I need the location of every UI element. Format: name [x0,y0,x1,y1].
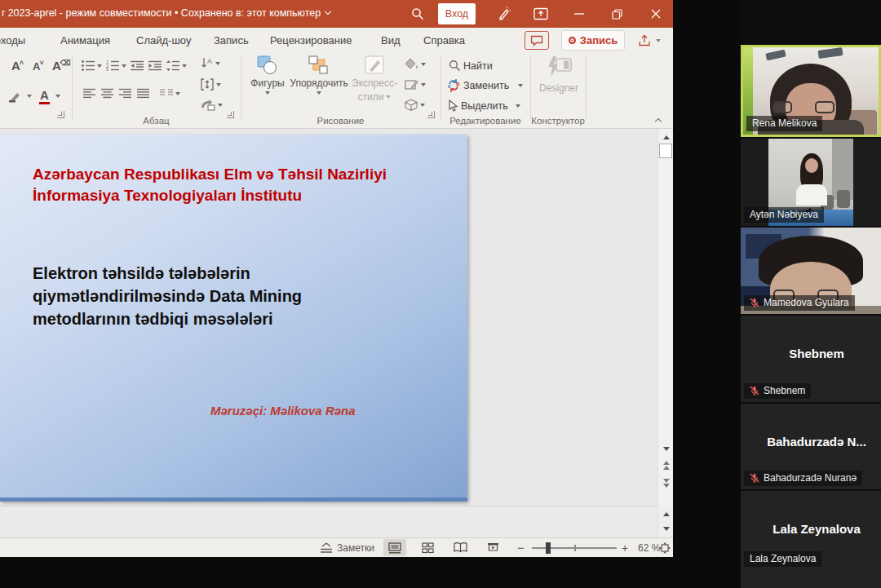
highlighter-button[interactable] [8,90,32,103]
powerpoint-window: r 2023-aprel - режим совместимости • Сох… [0,0,673,557]
slideshow-view-button[interactable] [481,539,504,556]
search-icon[interactable] [404,0,432,28]
shapes-label: Фигуры [250,77,284,89]
columns-button[interactable] [160,88,180,99]
normal-view-button[interactable] [383,539,406,556]
zoom-in-button[interactable]: + [622,538,628,557]
tab-slideshow[interactable]: Слайд-шоу [136,28,191,52]
ribbon-tab-row: еходы Анимация Слайд-шоу Запись Рецензир… [0,28,673,52]
participant-tile-bahadurzada-nurana[interactable]: Bahadurzadə N... Bahadurzadə Nuranə [741,404,881,489]
tab-transitions[interactable]: еходы [0,28,25,52]
participant-tile-rena-melikova[interactable]: Rena Melikova [741,45,881,137]
scroll-up-button[interactable] [658,130,673,144]
notes-scroll-up-button[interactable] [658,507,673,520]
arrange-button[interactable]: Упорядочить [291,55,347,114]
notes-toggle-button[interactable]: Заметки [320,538,374,557]
participant-tile-lala-zeynalova[interactable]: Lala Zeynalova Lala Zeynalova [741,491,881,588]
line-spacing-button[interactable] [166,60,187,71]
notes-scroll-down-button[interactable] [658,522,673,535]
notes-scrollbar[interactable] [657,506,673,537]
tab-record[interactable]: Запись [214,28,249,52]
increase-indent-button[interactable] [148,60,162,71]
status-bar: Заметки − + 62 % [0,537,673,557]
muted-mic-icon [750,298,759,307]
tab-help[interactable]: Справка [423,28,465,52]
font-color-button[interactable]: A [39,88,60,104]
participant-name-badge: Aytən Nəbiyeva [744,207,824,223]
reading-view-button[interactable] [449,539,471,556]
align-center-button[interactable] [101,88,113,99]
restore-button[interactable] [600,0,633,28]
shapes-icon [257,55,278,75]
zoom-level-value[interactable]: 62 % [638,538,660,557]
shape-effects-button[interactable] [405,99,425,111]
close-button[interactable] [638,0,673,28]
shape-outline-button[interactable] [405,78,426,91]
svg-text:c: c [448,83,451,89]
presentation-display-icon[interactable] [526,0,556,28]
align-right-button[interactable] [119,88,131,99]
vertical-scrollbar[interactable] [657,129,673,506]
drawing-dialog-launcher[interactable] [427,111,435,118]
bullets-button[interactable] [82,60,102,71]
window-title[interactable]: r 2023-aprel - режим совместимости • Сох… [2,7,330,19]
participant-display-name: Shebnem [741,347,881,360]
meeting-participants-sidebar: Rena Melikova Aytən Nəbiyeva [741,0,881,588]
comments-button[interactable] [525,31,549,50]
text-direction-button[interactable]: A [201,57,220,69]
zoom-out-button[interactable]: − [517,538,525,557]
desktop: r 2023-aprel - режим совместимости • Сох… [0,0,881,588]
shape-fill-button[interactable] [405,58,426,70]
participant-tile-ayten-nabiyeva[interactable]: Aytən Nəbiyeva [741,139,881,226]
decrease-indent-button[interactable] [131,60,144,71]
find-button[interactable]: Найти [449,60,493,72]
align-text-button[interactable] [201,78,221,91]
select-button[interactable]: Выделить [448,99,520,112]
find-icon [449,60,461,72]
designer-icon [545,55,573,80]
previous-slide-button[interactable] [658,458,673,471]
tab-record-label: Запись [214,34,249,46]
notes-toggle-label: Заметки [337,542,374,554]
shapes-button[interactable]: Фигуры [247,55,288,114]
font-dialog-launcher[interactable] [57,111,64,118]
participant-tile-mamedova-gyulara[interactable]: Mamedova Gyulara [741,228,881,314]
slide-sorter-view-button[interactable] [416,539,439,556]
replace-button[interactable]: bc Заменить [447,79,523,92]
tab-review[interactable]: Рецензирование [270,28,352,52]
tab-view[interactable]: Вид [381,28,401,52]
increase-font-button[interactable]: A˄ [11,59,24,73]
scrollbar-thumb[interactable] [659,144,672,158]
record-presentation-button[interactable]: Запись [561,30,625,51]
notes-icon [320,542,333,554]
next-slide-button[interactable] [658,476,673,489]
muted-mic-icon [750,473,759,483]
notes-pane-collapsed[interactable] [0,506,657,537]
paragraph-dialog-launcher[interactable] [227,111,234,118]
scroll-down-button[interactable] [658,442,673,455]
clear-formatting-button[interactable]: A⌫ [52,59,71,73]
slide-speaker-text[interactable]: Məruzəçi: Məlikova Rəna [210,404,356,418]
align-left-button[interactable] [83,88,95,99]
ink-pen-icon[interactable] [489,0,519,28]
slide-title-text[interactable]: Azərbaycan Respublikası Elm və Təhsil Na… [33,164,387,206]
numbering-button[interactable]: 123 [106,60,126,71]
sign-in-button[interactable]: Вход [438,3,476,24]
zoom-slider-thumb[interactable] [546,542,551,554]
tab-animation[interactable]: Анимация [60,28,110,52]
comment-icon [530,35,543,46]
slide-body-text[interactable]: Elektron təhsildə tələbələrin qiymətlənd… [33,262,302,330]
quick-styles-button[interactable]: Экспресс- стили [351,55,398,114]
share-button[interactable] [631,31,667,50]
justify-button[interactable] [137,88,149,99]
participant-tile-shebnem[interactable]: Shebnem Shebnem [741,316,881,402]
designer-button[interactable]: Designer [533,55,584,114]
minimize-button[interactable] [563,0,595,28]
slide-editor-area[interactable]: Azərbaycan Respublikası Elm və Təhsil Na… [0,129,657,506]
slide-canvas[interactable]: Azərbaycan Respublikası Elm və Təhsil Na… [0,135,467,502]
collapse-ribbon-button[interactable] [656,119,661,124]
convert-to-smartart-button[interactable] [201,99,223,111]
title-bar: r 2023-aprel - режим совместимости • Сох… [0,0,673,28]
decrease-font-button[interactable]: A˅ [33,59,44,73]
fit-to-window-button[interactable] [659,538,671,557]
